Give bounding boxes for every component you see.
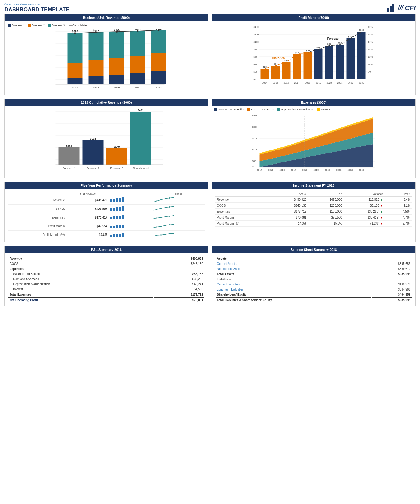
is-cogs-var: $5,130 ▼ xyxy=(344,203,385,209)
svg-text:Historical: Historical xyxy=(272,56,286,60)
row-cogs-minibars xyxy=(109,205,152,213)
is-col-empty xyxy=(215,192,273,197)
bs-noncurrent-label: Non-current Assets xyxy=(216,267,371,271)
exp-legend: Salaries and Benefits Rent and Overhead … xyxy=(214,108,413,111)
is-pmpct-varpct: (7.7%) xyxy=(385,221,412,227)
cfi-logo: /// CFI xyxy=(387,4,416,12)
is-col-plan: Plan xyxy=(308,192,344,197)
income-statement: Income Statement FY 2018 Actual Plan Var… xyxy=(212,182,416,242)
svg-rect-76 xyxy=(336,45,344,79)
copyright: © Corporate Finance Institute xyxy=(4,3,70,6)
svg-rect-15 xyxy=(89,32,104,60)
bs-liab-label: Liabilities xyxy=(216,277,371,282)
bs-current-liab-value: $135,374 xyxy=(372,282,412,287)
row-pm-trend xyxy=(152,222,205,231)
is-col-varpct: Var% xyxy=(385,192,412,197)
svg-point-171 xyxy=(169,216,170,217)
svg-point-156 xyxy=(153,210,153,211)
table-row: Revenue $439,479 xyxy=(8,196,205,205)
svg-rect-19 xyxy=(109,32,124,58)
svg-rect-163 xyxy=(113,216,115,219)
svg-text:$80: $80 xyxy=(254,48,258,51)
pl-cogs-value: $243,130 xyxy=(154,262,204,266)
svg-text:$-: $- xyxy=(254,78,256,81)
pl-expenses-empty xyxy=(154,267,204,271)
legend-consolidated: — Consolidated xyxy=(68,24,88,27)
svg-text:$40: $40 xyxy=(254,63,258,66)
svg-text:2017: 2017 xyxy=(291,169,296,171)
svg-text:$149: $149 xyxy=(114,145,120,148)
cr-title: 2018 Cumulative Revenue ($000) xyxy=(5,99,208,106)
pl-sal-label: Salaries and Benefits xyxy=(8,272,153,276)
svg-point-28 xyxy=(74,32,76,34)
col-trend: Trend xyxy=(152,192,205,196)
svg-text:Business 2: Business 2 xyxy=(86,167,99,170)
row-exp-label: Expenses xyxy=(8,213,67,222)
svg-rect-176 xyxy=(119,225,121,228)
svg-rect-78 xyxy=(347,38,355,79)
up-arrow-icon: ▲ xyxy=(380,210,383,213)
table-row: Profit Margin (%) 14.3% 15.5% (1.2%) ▼ (… xyxy=(215,221,412,227)
svg-text:$140: $140 xyxy=(254,26,259,28)
legend-sal: Salaries and Benefits xyxy=(214,108,244,111)
pl-revenue-value: $490,923 xyxy=(154,256,204,261)
income-table: Actual Plan Variance Var% Revenue $490,9… xyxy=(215,192,412,227)
svg-point-193 xyxy=(169,233,170,234)
up-arrow-icon: ▲ xyxy=(380,198,383,201)
pl-title: P&L Summary 2018 xyxy=(5,246,208,253)
svg-rect-153 xyxy=(116,207,118,211)
svg-rect-25 xyxy=(151,71,166,84)
svg-text:$126: $126 xyxy=(359,29,364,31)
profit-margin-chart: Profit Margin ($000) $140 $120 $100 $80 … xyxy=(212,14,416,95)
cfi-bars-icon xyxy=(387,4,396,12)
balance-sheet: Balance Sheet Summary 2018 Assets Curren… xyxy=(212,246,416,306)
legend-dep: Depreciation & Amortization xyxy=(277,108,314,111)
svg-rect-175 xyxy=(116,225,118,228)
svg-text:$120: $120 xyxy=(254,33,259,36)
legend-b1-label: Business 1 xyxy=(12,24,25,27)
bs-equity-value: $464,959 xyxy=(372,292,412,297)
svg-rect-9 xyxy=(68,78,83,84)
svg-text:12%: 12% xyxy=(368,56,373,58)
svg-rect-174 xyxy=(113,226,115,228)
svg-point-150 xyxy=(173,197,174,198)
svg-text:2019: 2019 xyxy=(314,169,319,171)
table-row: COGS $243,130 xyxy=(8,262,204,266)
row-pmpct-trend xyxy=(152,231,205,239)
svg-point-30 xyxy=(116,31,118,33)
svg-point-160 xyxy=(169,206,170,208)
table-row: Shareholders' Equity $464,959 xyxy=(216,292,412,297)
pl-summary: P&L Summary 2018 Revenue $490,923 COGS $… xyxy=(4,246,208,306)
is-cogs-actual: $243,130 xyxy=(273,203,308,209)
bs-total-label: Total Liabilities & Shareholders' Equity xyxy=(216,297,371,302)
svg-rect-26 xyxy=(151,53,166,71)
svg-point-191 xyxy=(160,234,162,236)
bs-longterm-liab-value: $384,962 xyxy=(372,287,412,292)
legend-b2: Business 2 xyxy=(28,24,45,27)
legend-sal-label: Salaries and Benefits xyxy=(218,108,244,111)
svg-rect-107 xyxy=(130,112,151,165)
svg-rect-105 xyxy=(106,148,127,165)
svg-rect-154 xyxy=(119,207,121,211)
legend-dep-label: Depreciation & Amortization xyxy=(281,108,314,111)
svg-text:$64: $64 xyxy=(295,51,299,54)
svg-point-168 xyxy=(156,217,158,219)
svg-point-32 xyxy=(158,29,160,31)
svg-text:2020: 2020 xyxy=(325,169,330,171)
svg-text:20%: 20% xyxy=(368,26,373,28)
table-row: COGS $220,508 xyxy=(8,205,205,213)
svg-rect-14 xyxy=(89,60,104,76)
col-label-empty xyxy=(8,192,67,196)
exp-svg: $250 $200 $150 $100 $50 $- xyxy=(214,113,413,171)
svg-text:$-: $- xyxy=(252,165,254,168)
bur-svg: $393 $415 $435 $463 xyxy=(8,29,205,91)
svg-rect-64 xyxy=(271,66,280,79)
bs-total-assets-value: $985,295 xyxy=(372,272,412,276)
is-pm-plan: $73,500 xyxy=(308,215,344,221)
is-revenue-varpct: 3.4% xyxy=(385,197,412,203)
svg-point-148 xyxy=(165,198,166,199)
svg-text:2023: 2023 xyxy=(359,169,364,171)
svg-text:$192: $192 xyxy=(90,137,96,140)
row-pm-avg: $47,554 xyxy=(67,222,108,231)
business-unit-revenue-chart: Business Unit Revenue ($000) Business 1 … xyxy=(4,14,208,95)
